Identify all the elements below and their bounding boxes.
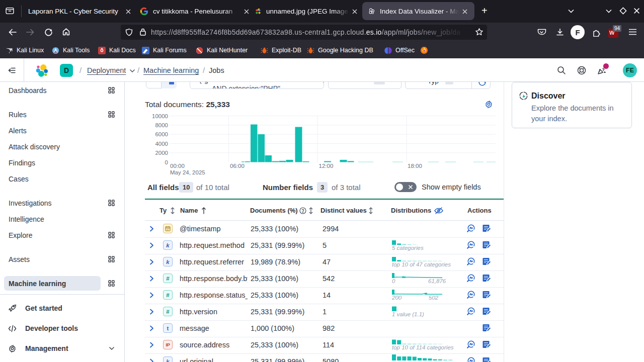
svg-text:06:00: 06:00 bbox=[230, 163, 245, 169]
svg-text:2000: 2000 bbox=[155, 150, 168, 156]
svg-text:May 24, 2025: May 24, 2025 bbox=[170, 169, 205, 175]
svg-text:6000: 6000 bbox=[155, 131, 168, 137]
svg-text:8000: 8000 bbox=[155, 122, 168, 128]
svg-text:10000: 10000 bbox=[152, 113, 168, 119]
svg-text:18:00: 18:00 bbox=[408, 163, 422, 169]
svg-text:0: 0 bbox=[165, 159, 168, 165]
svg-text:12:00: 12:00 bbox=[319, 163, 334, 169]
svg-text:00:00: 00:00 bbox=[170, 163, 185, 169]
svg-text:4000: 4000 bbox=[155, 141, 168, 147]
